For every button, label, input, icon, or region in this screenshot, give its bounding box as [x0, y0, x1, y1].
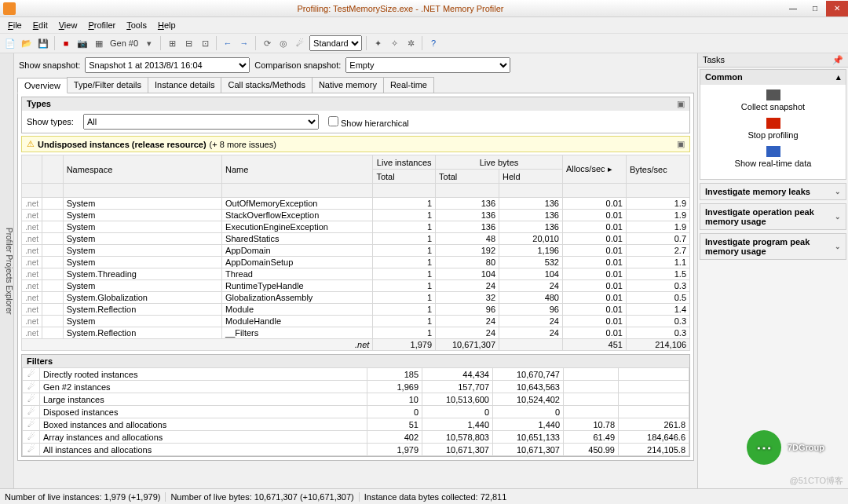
chevron-up-icon[interactable]: ▴: [836, 72, 841, 82]
chart-icon: [766, 146, 780, 157]
types-table: Namespace Name Live instances Live bytes…: [21, 155, 690, 351]
chevron-down-icon: ⌄: [835, 243, 841, 250]
investigate-prog-peak[interactable]: Investigate program peak memory usage⌄: [700, 233, 846, 260]
table-row[interactable]: .netSystemAppDomain11921,1960.012.7: [22, 245, 690, 257]
show-realtime-action[interactable]: Show real-time data: [705, 146, 841, 168]
help-icon[interactable]: ?: [426, 36, 440, 50]
status-live-bytes: Number of live bytes: 10,671,307 (+10,67…: [170, 492, 359, 502]
warning-icon: ⚠: [27, 139, 35, 149]
pin-icon[interactable]: 📌: [832, 55, 843, 65]
col-namespace[interactable]: Namespace: [63, 155, 221, 184]
stop-profiling-action[interactable]: Stop profiling: [705, 118, 841, 140]
stop-square-icon: [766, 118, 780, 129]
table-row[interactable]: .netSystem.Reflection__Filters124240.010…: [22, 327, 690, 339]
col-live-bytes[interactable]: Live bytes: [436, 155, 563, 170]
forward-icon[interactable]: →: [237, 36, 251, 50]
gen-label: Gen #0: [108, 38, 140, 48]
menu-edit[interactable]: Edit: [28, 19, 53, 31]
close-button[interactable]: ✕: [826, 1, 848, 16]
table-row[interactable]: .netSystem.ReflectionModule196960.011.4: [22, 304, 690, 316]
new-icon[interactable]: 📄: [3, 36, 17, 50]
show-snapshot-combo[interactable]: Snapshot 1 at 2013/8/1 16:04: [85, 57, 250, 73]
menu-view[interactable]: View: [54, 19, 82, 31]
watermark: @51CTO博客: [790, 475, 843, 487]
snapshot-icon[interactable]: 📷: [75, 36, 90, 50]
tab-overview[interactable]: Overview: [17, 78, 68, 93]
filter-row[interactable]: ☄Directly rooted instances18544,43410,67…: [23, 368, 689, 381]
table-row[interactable]: .netSystem.GlobalizationGlobalizationAss…: [22, 292, 690, 304]
collect-snapshot-action[interactable]: Collect snapshot: [705, 89, 841, 111]
investigate-op-peak[interactable]: Investigate operation peak memory usage⌄: [700, 203, 846, 230]
table-row[interactable]: .netSystemStackOverflowException11361360…: [22, 210, 690, 221]
gen-dropdown-icon[interactable]: ▾: [142, 36, 156, 50]
col-total1[interactable]: Total: [373, 170, 436, 184]
statusbar: Number of live instances: 1,979 (+1,979)…: [0, 488, 848, 504]
filter-row[interactable]: ☄All instances and allocations1,97910,67…: [23, 444, 689, 456]
table-row[interactable]: .netSystemAppDomainSetup1805320.011.1: [22, 257, 690, 268]
stop-icon[interactable]: ■: [59, 36, 73, 50]
collapse-icon[interactable]: ▣: [677, 99, 685, 109]
table-row[interactable]: .netSystemOutOfMemoryException11361360.0…: [22, 198, 690, 210]
tab-instance-details[interactable]: Instance details: [148, 77, 221, 93]
filters-group: Filters ☄Directly rooted instances18544,…: [21, 354, 690, 457]
opt1-icon[interactable]: ✦: [371, 36, 385, 50]
col-bytes[interactable]: Bytes/sec: [626, 155, 689, 184]
toolbar: 📄 📂 💾 ■ 📷 ▦ Gen #0 ▾ ⊞ ⊟ ⊡ ← → ⟳ ◎ ☄ Sta…: [0, 33, 848, 53]
menu-help[interactable]: Help: [153, 19, 181, 31]
minimize-button[interactable]: —: [782, 1, 804, 16]
hierarchical-check[interactable]: Show hierarchical: [328, 116, 409, 128]
menu-file[interactable]: File: [3, 19, 27, 31]
warning-collapse-icon[interactable]: ▣: [677, 139, 685, 149]
col-live-instances[interactable]: Live instances: [373, 155, 436, 170]
filter-row[interactable]: ☄Array instances and allocations40210,57…: [23, 431, 689, 444]
camera-icon: [766, 89, 780, 100]
filter-row[interactable]: ☄Boxed instances and allocations511,4401…: [23, 418, 689, 431]
filter-row[interactable]: ☄Disposed instances000: [23, 406, 689, 418]
refresh-icon[interactable]: ⟳: [260, 36, 274, 50]
tab-native-memory[interactable]: Native memory: [312, 77, 384, 93]
show-types-combo[interactable]: All: [83, 114, 319, 130]
target-icon[interactable]: ◎: [276, 36, 291, 50]
filter-row[interactable]: ☄Large instances1010,513,60010,524,402: [23, 393, 689, 406]
table-row[interactable]: .netSystem.ThreadingThread11041040.011.5: [22, 268, 690, 280]
tab-call-stacks[interactable]: Call stacks/Methods: [221, 77, 312, 93]
menu-profiler[interactable]: Profiler: [83, 19, 120, 31]
opt3-icon[interactable]: ✲: [404, 36, 418, 50]
window-title: Profiling: TestMemorySize.exe - .NET Mem…: [19, 4, 782, 13]
back-icon[interactable]: ←: [221, 36, 235, 50]
warning-bold: Undisposed instances (release resource): [38, 140, 207, 149]
warning-bar[interactable]: ⚠ Undisposed instances (release resource…: [21, 136, 690, 152]
tool1-icon[interactable]: ⊞: [165, 36, 179, 50]
show-types-label: Show types:: [27, 117, 74, 126]
table-row[interactable]: .netSystemModuleHandle124240.010.3: [22, 316, 690, 327]
tab-type-filter[interactable]: Type/Filter details: [67, 77, 148, 93]
left-rail[interactable]: Profiler Projects Explorer: [0, 53, 14, 488]
chevron-down-icon: ⌄: [835, 213, 841, 221]
status-live-instances: Number of live instances: 1,979 (+1,979): [5, 492, 166, 502]
opt2-icon[interactable]: ✧: [387, 36, 401, 50]
filter-row[interactable]: ☄Gen #2 instances1,969157,70710,643,563: [23, 381, 689, 393]
col-held[interactable]: Held: [499, 170, 563, 184]
col-allocs[interactable]: Allocs/sec ▸: [562, 155, 626, 184]
filters-table: ☄Directly rooted instances18544,43410,67…: [22, 367, 689, 456]
status-instance-data: Instance data bytes collected: 72,811: [364, 492, 507, 502]
col-name[interactable]: Name: [222, 155, 373, 184]
view-combo[interactable]: Standard: [309, 35, 362, 51]
table-row[interactable]: .netSystemSharedStatics14820,0100.010.7: [22, 233, 690, 245]
tool3-icon[interactable]: ⊡: [198, 36, 212, 50]
tool2-icon[interactable]: ⊟: [181, 36, 196, 50]
open-icon[interactable]: 📂: [20, 36, 34, 50]
tasks-header: Tasks: [703, 55, 725, 65]
save-icon[interactable]: 💾: [36, 36, 50, 50]
table-row[interactable]: .netSystemRuntimeTypeHandle124240.010.3: [22, 280, 690, 292]
heap-icon[interactable]: ▦: [92, 36, 106, 50]
tab-real-time[interactable]: Real-time: [383, 77, 434, 93]
tab-strip: Overview Type/Filter details Instance de…: [17, 77, 694, 93]
maximize-button[interactable]: □: [804, 1, 826, 16]
comparison-snapshot-combo[interactable]: Empty: [345, 57, 510, 73]
menu-tools[interactable]: Tools: [122, 19, 152, 31]
filter-icon[interactable]: ☄: [293, 36, 307, 50]
investigate-leaks[interactable]: Investigate memory leaks⌄: [700, 183, 846, 200]
table-row[interactable]: .netSystemExecutionEngineException113613…: [22, 221, 690, 233]
col-total2[interactable]: Total: [436, 170, 499, 184]
